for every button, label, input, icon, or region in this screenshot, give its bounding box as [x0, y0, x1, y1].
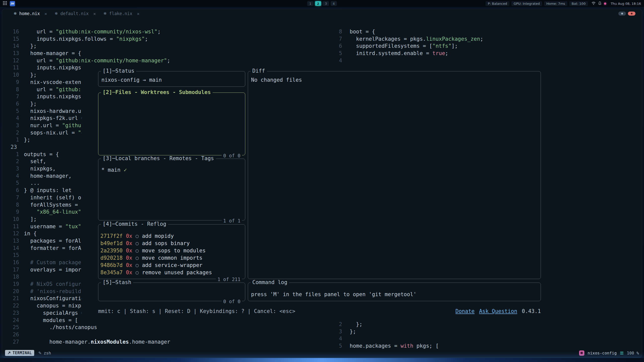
commit-row[interactable]: d9202180x○move common imports — [98, 254, 245, 262]
files-count: 0 of 0 — [222, 153, 242, 158]
tab-close-icon[interactable]: × — [93, 11, 96, 16]
nix-icon: ❄ — [55, 11, 58, 16]
line-number: 14 — [8, 245, 19, 252]
workspace-1[interactable]: 1 — [307, 1, 313, 6]
shell-label: zsh — [44, 351, 51, 355]
lazygit-stash-panel[interactable]: [5]─Stash 0 of 0 — [98, 283, 245, 301]
commit-message: remove unused packages — [142, 269, 212, 276]
workspace-switcher: 1234 — [307, 1, 337, 6]
commit-row[interactable]: 8e345a70x○remove unused packages — [98, 269, 245, 276]
branch-name: * main — [101, 167, 120, 173]
commit-author: 0x — [126, 262, 132, 268]
code-text: formatter = forAl — [24, 245, 84, 251]
code-text: nixpkgs, — [24, 166, 56, 172]
workspace-3[interactable]: 3 — [323, 1, 329, 6]
line-number: 3 — [8, 165, 19, 172]
code-text: overlays = import — [24, 267, 84, 273]
tab-close-icon[interactable]: × — [137, 11, 140, 16]
session-icon — [579, 350, 584, 356]
code-line: 2 }; — [333, 321, 439, 328]
code-text: url = "github:n — [24, 86, 84, 93]
code-text: ... — [24, 180, 40, 186]
code-text: kernelPackages = pkgs.linuxPackages_zen; — [350, 36, 483, 42]
code-text: canopus = nixpk — [24, 303, 84, 309]
code-text: inherit (self) ou — [24, 195, 84, 201]
commit-author: 0x — [126, 233, 132, 239]
close-pill-button[interactable] — [628, 12, 635, 16]
panel-title: [4]─Commits - Reflog — [101, 221, 168, 227]
lazygit-files-panel[interactable]: [2]─Files - Worktrees - Submodules 0 of … — [98, 93, 245, 155]
shell-indicator: ✎ zsh — [38, 351, 51, 355]
commit-message: move common imports — [142, 255, 202, 261]
commit-row[interactable]: b49ef1d0x○add sops binary — [98, 240, 245, 247]
system-bar-left: JW — [3, 1, 15, 6]
line-number: 11 — [8, 64, 19, 71]
minimize-pill-button[interactable] — [618, 12, 626, 16]
line-number: 4 — [8, 115, 19, 122]
commit-hash: 2a23950 — [100, 248, 123, 254]
wallpaper-glow — [0, 358, 644, 362]
list-icon: ≡ — [620, 350, 623, 356]
user-logo-badge[interactable]: JW — [10, 1, 15, 6]
status-segments: P: BalancedGPU: IntegratedHome: 7msBat: … — [486, 1, 588, 6]
tab-close-icon[interactable]: × — [44, 11, 47, 16]
code-line: 8boot = { — [333, 28, 483, 35]
branches-count: 1 of 1 — [222, 218, 242, 223]
ask-question-link[interactable]: Ask Question — [479, 308, 517, 314]
commit-graph-node: ○ — [136, 233, 139, 239]
wifi-icon[interactable] — [591, 2, 596, 6]
minimize-dot-icon — [621, 13, 623, 15]
lazygit-branches-panel[interactable]: [3]─Local branches - Remotes - Tags * ma… — [98, 159, 245, 220]
line-number: 8 — [8, 201, 19, 209]
code-text: packages = forAll — [24, 238, 84, 244]
line-number: 14 — [8, 42, 19, 50]
session-name: nixos-config — [588, 351, 617, 355]
tab-flake.nix[interactable]: ❄flake.nix× — [103, 11, 140, 16]
code-text: url = "github:nix-community/nixos-wsl"; — [24, 29, 161, 35]
commit-hash: 2717f2f — [100, 233, 123, 239]
editor-pane-right-bottom[interactable]: 2 };3};45home.packages = with pkgs; [ — [333, 321, 439, 350]
lazygit-command-log-panel[interactable]: Command log press 'M' in the files panel… — [248, 283, 541, 301]
bell-icon[interactable] — [598, 2, 601, 6]
tab-home.nix[interactable]: ❄home.nix× — [14, 11, 47, 16]
line-number: 9 — [8, 208, 19, 216]
status-segment: P: Balanced — [486, 1, 509, 6]
workspace-2[interactable]: 2 — [315, 1, 321, 6]
line-number: 9 — [8, 79, 19, 86]
commit-row[interactable]: 2a239500x○move sops to modules — [98, 247, 245, 254]
tab-bar: ❄home.nix×❄default.nix×❄flake.nix× — [2, 9, 642, 18]
line-number: 13 — [8, 237, 19, 245]
donate-link[interactable]: Donate — [456, 308, 475, 314]
line-number: 23 — [8, 144, 19, 151]
panel-title: [2]─Files - Worktrees - Submodules — [101, 89, 213, 95]
lazygit-diff-panel[interactable]: Diff No changed files — [248, 71, 541, 279]
command-log-content: press 'M' in the files panel to open 'gi… — [248, 283, 541, 297]
code-text: }; — [24, 43, 37, 49]
tab-default.nix[interactable]: ❄default.nix× — [55, 11, 96, 16]
commit-row[interactable]: 2717f2f0x○add mopidy — [98, 233, 245, 240]
line-number: 20 — [8, 288, 19, 295]
lazygit-status-panel[interactable]: [1]─Status nixos-config → main — [98, 71, 245, 87]
code-text: inputs.nixpkgs. — [24, 65, 84, 71]
app-launcher-icon[interactable] — [3, 1, 7, 6]
code-text: in { — [24, 231, 37, 237]
code-line: 14 }; — [8, 42, 170, 50]
lazygit-commits-panel[interactable]: [4]─Commits - Reflog 2717f2f0x○add mopid… — [98, 224, 245, 279]
code-text: username = "tux"; — [24, 223, 84, 230]
line-number: 16 — [8, 28, 19, 35]
line-number: 6 — [333, 42, 342, 50]
line-number: 2 — [8, 158, 19, 165]
commit-row[interactable]: 9486b7d0x○add service-wrapper — [98, 262, 245, 269]
code-text: }; — [350, 329, 356, 335]
code-text: sops-nix.url = "g — [24, 130, 84, 136]
session-icon-inner — [581, 352, 583, 354]
system-bar: JW 1234 P: BalancedGPU: IntegratedHome: … — [0, 0, 644, 7]
workspace-4[interactable]: 4 — [331, 1, 337, 6]
line-number: 26 — [8, 331, 19, 338]
panel-title: Diff — [251, 68, 267, 74]
terminal-status-bar: TERMINAL ✎ zsh nixos-config ≡ 100 % — [2, 348, 642, 357]
editor-pane-right[interactable]: 8boot = {7 kernelPackages = pkgs.linuxPa… — [333, 28, 483, 64]
tray-icons — [590, 2, 607, 6]
code-line: 3}; — [333, 328, 439, 335]
code-text: nixosConfiguratio — [24, 295, 84, 301]
